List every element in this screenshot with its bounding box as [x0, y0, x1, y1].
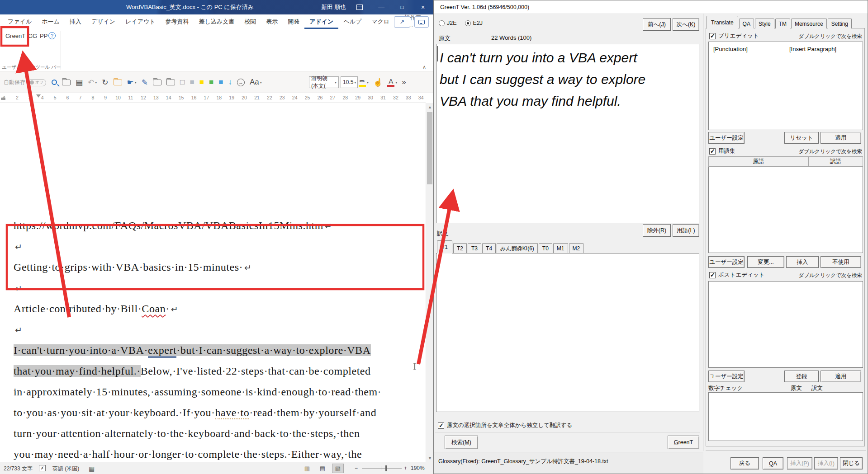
translation-textbox[interactable]	[436, 253, 699, 412]
panel-tab-qa[interactable]: QA	[739, 19, 754, 28]
document-canvas[interactable]: https://wordmvp.com/FAQs/MacrosVBA/VBABa…	[0, 103, 426, 462]
translation-tab-T2[interactable]: T2	[453, 243, 467, 253]
greent-addin-button[interactable]: GreenT	[5, 33, 25, 39]
ime-status-icon[interactable]: ▦	[89, 465, 95, 472]
ribbon-tab-レイアウト[interactable]: レイアウト	[120, 14, 161, 29]
translation-tab-T3[interactable]: T3	[468, 243, 481, 253]
ribbon-tab-参考資料[interactable]: 参考資料	[161, 14, 194, 29]
target-term-column-header[interactable]: 訳語	[809, 156, 863, 167]
more-tools-icon[interactable]: »	[402, 78, 406, 87]
highlighter-icon[interactable]: ✏▾	[359, 78, 369, 87]
glossary-change-button[interactable]: 変更...	[747, 256, 784, 268]
zoom-search-icon[interactable]	[52, 80, 57, 85]
scroll-up-icon[interactable]: ▲	[426, 103, 434, 111]
yellow-square-icon[interactable]: ■	[199, 78, 204, 87]
zoom-in-button[interactable]: +	[404, 465, 407, 471]
favorites-folder-icon[interactable]	[114, 80, 122, 85]
radio-j2e[interactable]: J2E	[439, 20, 457, 26]
ribbon-tab-ファイル[interactable]: ファイル	[3, 14, 37, 29]
folder-icon[interactable]	[153, 80, 161, 85]
source-term-column-header[interactable]: 原語	[708, 156, 809, 167]
scrollbar-thumb[interactable]	[427, 112, 432, 184]
postedit-register-button[interactable]: 登録	[784, 371, 819, 382]
preedit-apply-button[interactable]: 適用	[821, 132, 861, 144]
preedit-list[interactable]: [Punctuation] [Insert Paragraph]	[708, 42, 863, 130]
back-button[interactable]: 戻る	[730, 457, 759, 469]
green-square-icon[interactable]: ■	[209, 78, 213, 87]
glossary-list[interactable]	[708, 156, 863, 253]
edit-document-icon[interactable]: ✎	[142, 78, 148, 87]
ribbon-tab-ホーム[interactable]: ホーム	[37, 14, 65, 29]
number-check-list[interactable]	[708, 392, 863, 441]
translation-tab-M2[interactable]: M2	[569, 243, 584, 253]
proofing-status-icon[interactable]: ✗	[39, 465, 46, 471]
web-layout-icon[interactable]: ▧	[332, 464, 344, 473]
gray-square-icon[interactable]: ■	[190, 78, 194, 87]
glossary-insert-button[interactable]: 挿入	[786, 256, 819, 268]
exclude-button[interactable]: 除外(R)	[643, 224, 671, 237]
panel-tab-memsource[interactable]: Memsource	[791, 19, 827, 28]
panel-tab-style[interactable]: Style	[755, 19, 774, 28]
horizontal-ruler[interactable]: 1234567891011121314151617181920212223242…	[0, 93, 426, 103]
white-square-icon[interactable]: □	[180, 78, 185, 87]
font-name-select[interactable]: 游明朝 (本文(▾	[309, 76, 339, 88]
autosave-control[interactable]: 自動保存 オフ	[4, 79, 46, 86]
ribbon-tab-デザイン[interactable]: デザイン	[86, 14, 120, 29]
insert-i-button[interactable]: 挿入(I)	[814, 457, 838, 469]
zoom-level[interactable]: 190%	[411, 465, 425, 471]
blue-square-icon[interactable]: ■	[218, 78, 223, 87]
ribbon-tab-マクロ[interactable]: マクロ	[366, 14, 394, 29]
ribbon-display-options-icon[interactable]	[352, 0, 367, 14]
prev-button[interactable]: 前へ(J)	[643, 18, 671, 31]
redo-icon[interactable]: ↻	[102, 78, 108, 87]
close-button[interactable]: 閉じる	[840, 457, 863, 469]
translation-tab-T4[interactable]: T4	[482, 243, 496, 253]
zoom-slider-thumb[interactable]	[385, 465, 387, 471]
greent-run-button[interactable]: GreenT	[668, 436, 699, 449]
next-button[interactable]: 次へ(K)	[673, 18, 699, 31]
ribbon-tab-差し込み文書[interactable]: 差し込み文書	[194, 14, 240, 29]
minimize-icon[interactable]: —	[374, 0, 389, 14]
panel-tab-translate[interactable]: Translate	[707, 16, 738, 28]
translation-tab-T1[interactable]: T1	[437, 240, 452, 253]
panel-tab-tm[interactable]: TM	[775, 19, 790, 28]
undo-icon[interactable]: ↶▾	[88, 78, 97, 87]
postedit-apply-button[interactable]: 適用	[821, 371, 861, 382]
preedit-option[interactable]: プリエディット	[709, 32, 759, 40]
comments-button[interactable]	[414, 16, 429, 28]
ribbon-tab-挿入[interactable]: 挿入	[65, 14, 86, 29]
postedit-list[interactable]	[708, 281, 863, 368]
zoom-slider-track[interactable]	[362, 468, 402, 469]
glossary-unused-button[interactable]: 不使用	[821, 256, 861, 268]
list-item[interactable]: [Punctuation]	[713, 46, 748, 52]
print-layout-icon[interactable]: ▤	[317, 464, 328, 473]
autosave-toggle[interactable]: オフ	[28, 79, 46, 86]
print-preview-icon[interactable]: ▤	[76, 78, 83, 87]
export-folder-icon[interactable]	[166, 80, 175, 85]
term-button[interactable]: 用語(L)	[673, 224, 699, 237]
open-folder-icon[interactable]	[62, 80, 71, 85]
font-size-select[interactable]: 10.5▾	[341, 76, 358, 88]
language-status[interactable]: 英語 (米国)	[52, 465, 79, 473]
ribbon-tab-表示[interactable]: 表示	[261, 14, 283, 29]
translation-tab-T0[interactable]: T0	[539, 243, 552, 253]
vertical-scrollbar[interactable]: ▲ ▼	[426, 103, 433, 462]
maximize-icon[interactable]: □	[394, 0, 410, 14]
radio-e2j[interactable]: E2J	[465, 20, 483, 26]
hand-click-icon[interactable]: ☛▾	[127, 78, 137, 87]
scroll-down-icon[interactable]: ▼	[426, 454, 434, 462]
ribbon-tab-校閲[interactable]: 校閲	[239, 14, 261, 29]
blue-down-arrow-icon[interactable]: ↓	[228, 78, 232, 87]
list-item[interactable]: [Insert Paragraph]	[789, 46, 836, 52]
ribbon-tab-開発[interactable]: 開発	[283, 14, 304, 29]
zoom-out-button[interactable]: −	[355, 465, 358, 471]
word-count[interactable]: 22/733 文字	[4, 465, 33, 473]
close-icon[interactable]: ×	[415, 0, 431, 14]
preedit-reset-button[interactable]: リセット	[784, 132, 819, 144]
font-case-icon[interactable]: Aa▾	[250, 78, 262, 87]
translation-tab-みん翻@KI(6)[interactable]: みん翻@KI(6)	[497, 243, 538, 253]
read-mode-icon[interactable]: ▥	[301, 464, 313, 473]
qa-button[interactable]: QA	[763, 457, 783, 469]
panel-tab-setting[interactable]: Setting	[828, 19, 852, 28]
translation-tab-M1[interactable]: M1	[553, 243, 568, 253]
